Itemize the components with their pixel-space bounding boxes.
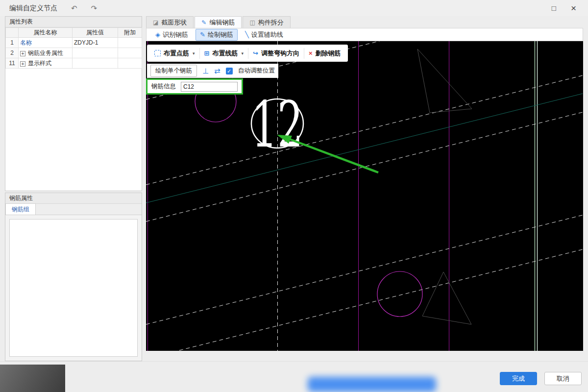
perpendicular-icon[interactable]: ⊥ xyxy=(202,67,209,75)
undo-icon[interactable]: ↶ xyxy=(71,4,77,13)
table-row-name[interactable]: 1 名称 ZDYJD-1 xyxy=(6,38,142,48)
property-table: 属性名称 属性值 附加 1 名称 ZDYJD-1 2 +钢筋业务属性 xyxy=(5,27,142,69)
tab-edit-rebar[interactable]: ✎ 编辑钢筋 xyxy=(195,16,242,28)
expand-icon[interactable]: + xyxy=(20,51,25,56)
expand-icon[interactable]: + xyxy=(20,61,25,67)
canvas-toolbar-row1: 布置点筋 ▾ ⊞ 布置线筋 ▾ ↪ 调整弯钩方向 × 删除钢筋 xyxy=(147,45,348,62)
cancel-button[interactable]: 取消 xyxy=(544,372,582,385)
property-value[interactable] xyxy=(73,58,118,69)
edit-rebar-toolbar: ◈ 识别钢筋 ✎ 绘制钢筋 ╲ 设置辅助线 xyxy=(146,28,583,41)
button-label: 布置线筋 xyxy=(212,49,238,58)
property-extra xyxy=(118,48,142,58)
point-rebar-icon xyxy=(154,50,161,56)
tab-rebar-group[interactable]: 钢筋组 xyxy=(5,203,36,215)
button-label: 删除钢筋 xyxy=(315,49,341,58)
tab-bar: ◪ 截面形状 ✎ 编辑钢筋 ◫ 构件拆分 xyxy=(146,16,583,28)
adjust-hook-direction-button[interactable]: ↪ 调整弯钩方向 xyxy=(248,49,304,58)
property-name-label: 钢筋业务属性 xyxy=(28,49,63,56)
tab-label: 构件拆分 xyxy=(258,18,284,27)
window-controls: □ × xyxy=(552,3,588,14)
tool-label: 设置辅助线 xyxy=(251,30,283,39)
tool-label: 识别钢筋 xyxy=(163,30,188,39)
background-artifact-glow xyxy=(308,377,436,392)
rebar-tab-strip: 钢筋组 xyxy=(5,204,142,215)
property-extra xyxy=(118,58,142,69)
canvas-toolbar-row2: 绘制单个钢筋 ⊥ ⇄ ✓ 自动调整位置 xyxy=(147,64,278,78)
row-number: 2 xyxy=(6,48,19,58)
row-number: 1 xyxy=(6,38,19,48)
tab-label: 截面形状 xyxy=(161,18,187,27)
rebar-group-content xyxy=(9,219,138,357)
cad-canvas[interactable]: 12 布置点筋 ▾ ⊞ 布置线筋 ▾ ↪ 调整弯钩方向 xyxy=(146,41,583,351)
table-row-display-style[interactable]: 11 +显示样式 xyxy=(6,58,142,69)
auto-adjust-checkbox[interactable]: ✓ xyxy=(226,68,233,74)
footer-buttons: 完成 取消 xyxy=(500,372,582,385)
section-shape-icon: ◪ xyxy=(153,19,158,26)
tab-section-shape[interactable]: ◪ 截面形状 xyxy=(146,16,194,28)
maximize-icon[interactable]: □ xyxy=(552,4,556,12)
draw-rebar-icon: ✎ xyxy=(200,31,205,38)
col-header-extra: 附加 xyxy=(118,28,142,38)
background-artifact-dark xyxy=(0,365,65,392)
button-label: 布置点筋 xyxy=(164,49,189,58)
identify-rebar-button[interactable]: ◈ 识别钢筋 xyxy=(151,29,193,41)
redo-icon[interactable]: ↷ xyxy=(91,4,98,13)
property-table-empty-area xyxy=(5,69,142,191)
triangle-shapes xyxy=(417,49,472,324)
col-header-value: 属性值 xyxy=(73,28,118,38)
button-label: 调整弯钩方向 xyxy=(261,49,299,58)
tool-label: 绘制钢筋 xyxy=(208,30,233,39)
property-name: 名称 xyxy=(19,38,73,48)
rebar-properties-panel: 钢筋属性 钢筋组 xyxy=(5,193,142,361)
property-list-header: 属性列表 xyxy=(5,17,142,27)
property-value[interactable] xyxy=(73,48,118,58)
rebar-info-label: 钢筋信息 xyxy=(151,82,176,91)
adjust-hook-icon: ↪ xyxy=(253,49,258,57)
magenta-circle xyxy=(377,271,422,317)
delete-rebar-button[interactable]: × 删除钢筋 xyxy=(304,49,345,58)
component-split-icon: ◫ xyxy=(249,19,255,26)
property-list-panel: 属性列表 属性名称 属性值 附加 1 名称 ZDYJD-1 xyxy=(5,16,142,191)
close-icon[interactable]: × xyxy=(571,3,576,14)
property-extra xyxy=(118,38,142,48)
property-value[interactable]: ZDYJD-1 xyxy=(73,38,118,48)
confirm-button[interactable]: 完成 xyxy=(500,372,537,385)
place-line-rebar-button[interactable]: ⊞ 布置线筋 ▾ xyxy=(200,49,248,58)
dialog-title: 编辑自定义节点 xyxy=(9,4,57,13)
right-panel: ◪ 截面形状 ✎ 编辑钢筋 ◫ 构件拆分 ◈ 识别钢筋 ✎ 绘制钢筋 ╲ 设置辅… xyxy=(146,16,583,361)
corner-cell xyxy=(6,28,19,38)
delete-rebar-icon: × xyxy=(309,49,313,57)
property-name-label: 显示样式 xyxy=(28,60,51,67)
teal-line xyxy=(146,94,583,203)
line-rebar-icon: ⊞ xyxy=(204,49,210,57)
draw-single-rebar-button[interactable]: 绘制单个钢筋 xyxy=(150,65,197,77)
property-table-header-row: 属性名称 属性值 附加 xyxy=(6,28,142,38)
tab-label: 编辑钢筋 xyxy=(209,18,235,27)
col-header-name: 属性名称 xyxy=(19,28,73,38)
table-row-rebar-business[interactable]: 2 +钢筋业务属性 xyxy=(6,48,142,58)
tab-component-split[interactable]: ◫ 构件拆分 xyxy=(243,16,290,28)
auto-adjust-label: 自动调整位置 xyxy=(238,67,275,75)
dialog-titlebar: 编辑自定义节点 ↶ ↷ □ × xyxy=(0,0,588,16)
rebar-properties-header: 钢筋属性 xyxy=(5,193,142,204)
property-name: +显示样式 xyxy=(19,58,73,69)
identify-rebar-icon: ◈ xyxy=(155,31,160,38)
set-aux-line-button[interactable]: ╲ 设置辅助线 xyxy=(241,29,288,41)
rebar-diameter-label: 12 xyxy=(252,87,303,162)
draw-rebar-button[interactable]: ✎ 绘制钢筋 xyxy=(196,29,238,41)
rebar-info-row: 钢筋信息 xyxy=(146,78,243,95)
parallel-icon[interactable]: ⇄ xyxy=(214,67,220,75)
aux-line-icon: ╲ xyxy=(245,31,249,38)
chevron-down-icon[interactable]: ▾ xyxy=(193,51,195,56)
chevron-down-icon[interactable]: ▾ xyxy=(241,51,244,56)
left-panel: 属性列表 属性名称 属性值 附加 1 名称 ZDYJD-1 xyxy=(5,16,142,361)
edit-rebar-icon: ✎ xyxy=(201,19,206,26)
row-number: 11 xyxy=(6,58,19,69)
property-name: +钢筋业务属性 xyxy=(19,48,73,58)
place-point-rebar-button[interactable]: 布置点筋 ▾ xyxy=(150,49,199,58)
rebar-info-input[interactable] xyxy=(181,82,238,92)
